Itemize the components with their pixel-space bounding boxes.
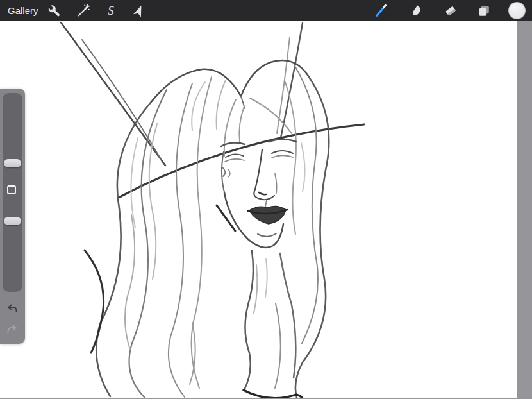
- color-swatch[interactable]: [508, 2, 526, 19]
- redo-button[interactable]: [6, 323, 18, 335]
- procreate-app: Gallery S: [0, 0, 532, 399]
- layers-icon[interactable]: [476, 3, 492, 19]
- transform-arrow-icon[interactable]: [131, 3, 147, 19]
- selection-s-glyph: S: [108, 3, 114, 19]
- drawing-canvas[interactable]: [0, 21, 517, 398]
- actions-wrench-icon[interactable]: [46, 3, 63, 19]
- adjustments-wand-icon[interactable]: [75, 3, 92, 19]
- canvas-artwork-sketch: [0, 21, 517, 398]
- smudge-icon[interactable]: [408, 3, 425, 19]
- gallery-button[interactable]: Gallery: [8, 0, 38, 21]
- opacity-slider-handle[interactable]: [4, 217, 21, 225]
- eraser-icon[interactable]: [442, 3, 459, 19]
- workspace: [0, 21, 532, 399]
- undo-button[interactable]: [6, 303, 18, 314]
- selection-s-icon[interactable]: S: [103, 3, 119, 19]
- modify-button[interactable]: [7, 185, 16, 194]
- top-toolbar: Gallery S: [0, 0, 532, 21]
- brush-size-slider-handle[interactable]: [4, 159, 21, 167]
- side-control-bar: [0, 89, 25, 344]
- brush-icon[interactable]: [373, 3, 390, 19]
